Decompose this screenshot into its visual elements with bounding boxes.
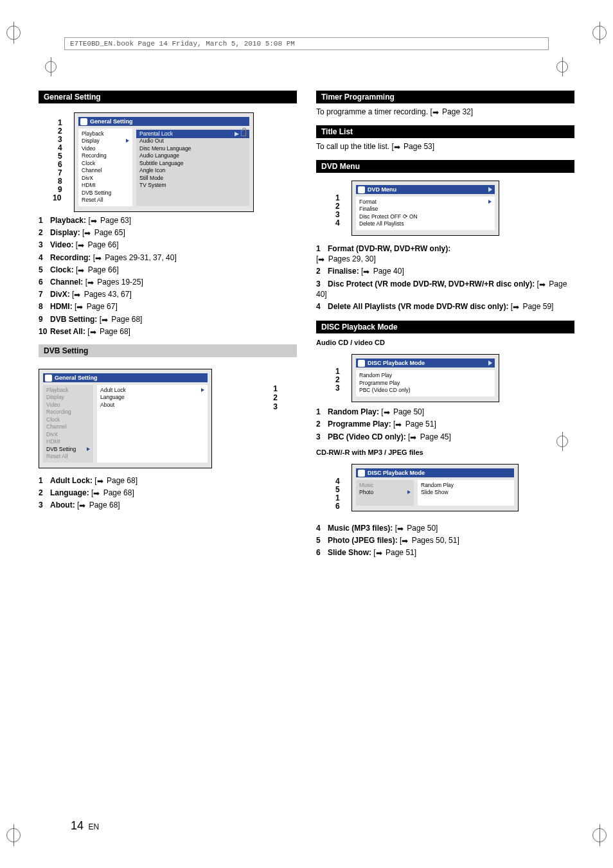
- list-item: 6Channel: [➡ Pages 19-25]: [39, 277, 297, 287]
- osd-row: Delete All Playlists: [359, 220, 492, 227]
- osd-title: General Setting: [43, 373, 208, 382]
- osd-row: Disc Menu Language: [139, 145, 246, 152]
- figure-dvb-setting: General Setting Playback Display Video R…: [39, 362, 297, 472]
- list-item-label: Disc Protect (VR mode DVD-RW, DVD+RW/+R …: [328, 279, 535, 288]
- list-item-page: Page 68]: [101, 488, 134, 497]
- osd-dvd-menu: DVD Menu Format Finalise Disc Protect OF…: [351, 181, 499, 236]
- subhead-audio-cd: Audio CD / video CD: [316, 339, 574, 346]
- osd-row: DVB Setting: [46, 446, 90, 453]
- list-item-page: Page 51]: [403, 420, 436, 429]
- list-item-label: Finalise:: [328, 267, 359, 276]
- list-item-page: Page 50]: [391, 407, 424, 416]
- list-item-page: Pages 19-25]: [95, 278, 143, 287]
- list-item: 5Clock: [➡ Page 66]: [39, 265, 297, 275]
- callout-2: 2: [335, 375, 340, 384]
- page-lang: EN: [88, 822, 99, 831]
- list-item-label: DivX:: [50, 290, 70, 299]
- callout-9: 9: [58, 185, 62, 194]
- osd-row: Random Play: [421, 482, 511, 489]
- list-item: 1Random Play: [➡ Page 50]: [316, 407, 574, 417]
- list-item-label: Clock:: [50, 265, 74, 274]
- osd-row: DVB Setting: [82, 190, 129, 197]
- osd-row: PBC (Video CD only): [359, 387, 492, 394]
- list-item-page: Page 63]: [98, 216, 131, 225]
- osd-row: Display: [46, 394, 90, 401]
- wrench-icon: [80, 118, 87, 125]
- osd-row: Finalise: [359, 206, 492, 213]
- list-item-number: 5: [316, 535, 328, 545]
- list-item-label: Programme Play:: [328, 420, 391, 429]
- osd-row: Slide Show: [421, 489, 511, 496]
- list-item: 1Playback: [➡ Page 63]: [39, 215, 297, 226]
- osd-row: Video: [46, 402, 90, 409]
- list-item: 3Disc Protect (VR mode DVD-RW, DVD+RW/+R…: [316, 279, 574, 299]
- callout-3: 3: [58, 135, 62, 144]
- play-icon: [488, 187, 492, 192]
- list-item-number: 6: [39, 277, 50, 287]
- list-item: 5Photo (JPEG files): [➡ Pages 50, 51]: [316, 535, 574, 545]
- list-item-label: Random Play:: [328, 407, 379, 416]
- list-item-number: 1: [39, 215, 50, 226]
- osd-row: Channel: [46, 423, 90, 430]
- list-item: 6Slide Show: [➡ Page 51]: [316, 547, 574, 558]
- osd-row: Video: [82, 145, 129, 152]
- osd-row: Channel: [82, 167, 129, 174]
- list-item-number: 3: [316, 279, 328, 289]
- osd-row: Disc Protect OFF ⟳ ON: [359, 213, 492, 220]
- list-item-label: Channel:: [50, 278, 83, 287]
- list-item-page: Page 51]: [384, 548, 416, 557]
- list-item-number: 2: [316, 419, 328, 429]
- play-icon: [488, 200, 492, 204]
- list-item-page: Pages 43, 67]: [82, 290, 131, 299]
- list-item-label: Format (DVD-RW, DVD+RW only):: [328, 244, 450, 253]
- list-item-page: Page 50]: [405, 524, 438, 533]
- osd-title: DISC Playback Mode: [356, 468, 514, 477]
- osd-row: Format: [359, 199, 492, 206]
- figure-general-setting: 1 2 3 4 5 6 7 8 9 10 General Setting Pla…: [39, 109, 297, 211]
- list-item-page: Page 68]: [98, 327, 130, 336]
- section-general-setting-heading: General Setting: [39, 91, 297, 103]
- list-item: 3About: [➡ Page 68]: [39, 500, 297, 510]
- list-item-number: 6: [316, 547, 328, 558]
- osd-row: Angle Icon: [139, 167, 246, 174]
- list-item: 8HDMI: [➡ Page 67]: [39, 301, 297, 312]
- osd-row: Programme Play: [359, 380, 492, 387]
- osd-row: TV System: [139, 182, 246, 189]
- page-number-value: 14: [71, 819, 84, 832]
- osd-row: Adult Lock: [97, 386, 208, 394]
- callout-6: 6: [335, 502, 340, 511]
- osd-row: Display: [82, 137, 129, 145]
- callout-4: 4: [335, 477, 340, 486]
- arrow-icon: ➡: [410, 432, 418, 439]
- osd-title: DVD Menu: [356, 185, 495, 194]
- osd-right-panel: Random Play Slide Show: [418, 480, 514, 506]
- list-item-label: PBC (Video CD only):: [328, 432, 406, 441]
- title-list-intro: To call up the title list. [➡ Page 53]: [316, 142, 574, 151]
- arrow-icon: ➡: [539, 279, 547, 286]
- crop-mark-icon: [6, 828, 21, 842]
- list-item-label: About:: [50, 500, 75, 509]
- list-item-label: Reset All:: [50, 327, 85, 336]
- osd-row: Subtitle Language: [139, 160, 246, 167]
- arrow-icon: ➡: [318, 254, 326, 261]
- osd-row: Still Mode: [139, 175, 246, 182]
- osd-row: Random Play: [359, 372, 492, 379]
- right-column: Timer Programming To programme a timer r…: [316, 87, 574, 560]
- osd-disc-playback-2: DISC Playback Mode Music Photo Random Pl…: [351, 464, 519, 511]
- list-item: 10Reset All: [➡ Page 68]: [39, 326, 297, 337]
- list-item-number: 4: [316, 301, 328, 312]
- arrow-icon: ➡: [93, 488, 101, 495]
- list-item-label: Language:: [50, 488, 89, 497]
- arrow-icon: ➡: [397, 524, 405, 530]
- callout-6: 6: [58, 160, 62, 169]
- osd-row: Recording: [46, 409, 90, 416]
- osd-row: Music: [359, 482, 411, 489]
- list-item-page: Page 68]: [109, 315, 142, 324]
- osd-right-panel: ▶Parental Lock Audio Out Disc Menu Langu…: [136, 128, 249, 206]
- list-item: 1Adult Lock: [➡ Page 68]: [39, 475, 297, 486]
- arrow-icon: ➡: [102, 315, 109, 321]
- crop-mark-icon: [556, 436, 568, 447]
- osd-row: Clock: [46, 416, 90, 423]
- arrow-icon: ➡: [384, 407, 391, 414]
- osd-row: Photo: [359, 489, 411, 496]
